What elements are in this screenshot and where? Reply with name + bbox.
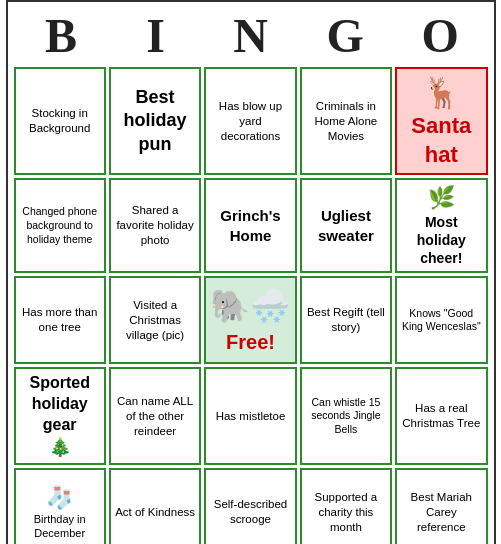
free-text: Free! <box>226 329 275 355</box>
bingo-header: B I N G O <box>14 8 488 63</box>
cell-text: Shared a favorite holiday photo <box>115 203 195 248</box>
header-i: I <box>111 8 201 63</box>
cell-text: Stocking in Background <box>20 106 100 136</box>
cell-text: Has a real Christmas Tree <box>401 401 481 431</box>
santa-icon: 🦌 <box>423 73 460 112</box>
cell-r0c1[interactable]: Best holiday pun <box>109 67 201 175</box>
cell-r2c0[interactable]: Has more than one tree <box>14 276 106 364</box>
gear-icon: 🎄 <box>49 436 71 459</box>
header-g: G <box>300 8 390 63</box>
cell-r3c0[interactable]: Sported holiday gear🎄 <box>14 367 106 465</box>
cell-text: Ugliest sweater <box>306 206 386 245</box>
cell-text: Santa hat <box>401 112 481 169</box>
cell-r2c3[interactable]: Best Regift (tell story) <box>300 276 392 364</box>
cell-text: Has mistletoe <box>216 409 286 424</box>
cell-r3c1[interactable]: Can name ALL of the other reindeer <box>109 367 201 465</box>
cell-text: Can whistle 15 seconds Jingle Bells <box>306 396 386 437</box>
cell-r2c2[interactable]: 🐘🌨️Free! <box>204 276 296 364</box>
cell-r0c0[interactable]: Stocking in Background <box>14 67 106 175</box>
cell-text: Birthday in December <box>20 512 100 541</box>
cell-r4c3[interactable]: Supported a charity this month <box>300 468 392 544</box>
cell-text: Best Mariah Carey reference <box>401 490 481 535</box>
cell-r4c2[interactable]: Self-described scrooge <box>204 468 296 544</box>
holly-icon: 🌿 <box>428 184 455 213</box>
cell-text: Supported a charity this month <box>306 490 386 535</box>
stocking-icon: 🧦 <box>46 484 73 513</box>
cell-r4c0[interactable]: 🧦Birthday in December <box>14 468 106 544</box>
cell-r1c1[interactable]: Shared a favorite holiday photo <box>109 178 201 273</box>
cell-text: Visited a Christmas village (pic) <box>115 298 195 343</box>
bingo-grid: Stocking in BackgroundBest holiday punHa… <box>14 67 488 544</box>
cell-r0c3[interactable]: Criminals in Home Alone Movies <box>300 67 392 175</box>
cell-text: Changed phone background to holiday them… <box>20 205 100 246</box>
cell-r0c4[interactable]: 🦌Santa hat <box>395 67 487 175</box>
cell-r0c2[interactable]: Has blow up yard decorations <box>204 67 296 175</box>
cell-text: Can name ALL of the other reindeer <box>115 394 195 439</box>
cell-r4c4[interactable]: Best Mariah Carey reference <box>395 468 487 544</box>
cell-r3c4[interactable]: Has a real Christmas Tree <box>395 367 487 465</box>
cell-text: Criminals in Home Alone Movies <box>306 99 386 144</box>
cell-text: Has more than one tree <box>20 305 100 335</box>
cell-r1c0[interactable]: Changed phone background to holiday them… <box>14 178 106 273</box>
cell-r2c4[interactable]: Knows "Good King Wenceslas" <box>395 276 487 364</box>
cell-r3c3[interactable]: Can whistle 15 seconds Jingle Bells <box>300 367 392 465</box>
header-o: O <box>395 8 485 63</box>
cell-text: Best Regift (tell story) <box>306 305 386 335</box>
free-icon: 🐘🌨️ <box>210 286 290 328</box>
header-b: B <box>16 8 106 63</box>
cell-text: Has blow up yard decorations <box>210 99 290 144</box>
cell-r1c4[interactable]: 🌿Most holiday cheer! <box>395 178 487 273</box>
bingo-card: B I N G O Stocking in BackgroundBest hol… <box>6 0 496 544</box>
cell-text: Self-described scrooge <box>210 497 290 527</box>
cell-r3c2[interactable]: Has mistletoe <box>204 367 296 465</box>
cell-r1c3[interactable]: Ugliest sweater <box>300 178 392 273</box>
cell-text: Act of Kindness <box>115 505 195 520</box>
cell-text: Sported holiday gear <box>20 373 100 435</box>
cell-text: Most holiday cheer! <box>401 213 481 268</box>
cell-text: Grinch's Home <box>210 206 290 245</box>
cell-text: Best holiday pun <box>115 86 195 156</box>
cell-r1c2[interactable]: Grinch's Home <box>204 178 296 273</box>
cell-r2c1[interactable]: Visited a Christmas village (pic) <box>109 276 201 364</box>
cell-text: Knows "Good King Wenceslas" <box>401 307 481 334</box>
cell-r4c1[interactable]: Act of Kindness <box>109 468 201 544</box>
header-n: N <box>205 8 295 63</box>
